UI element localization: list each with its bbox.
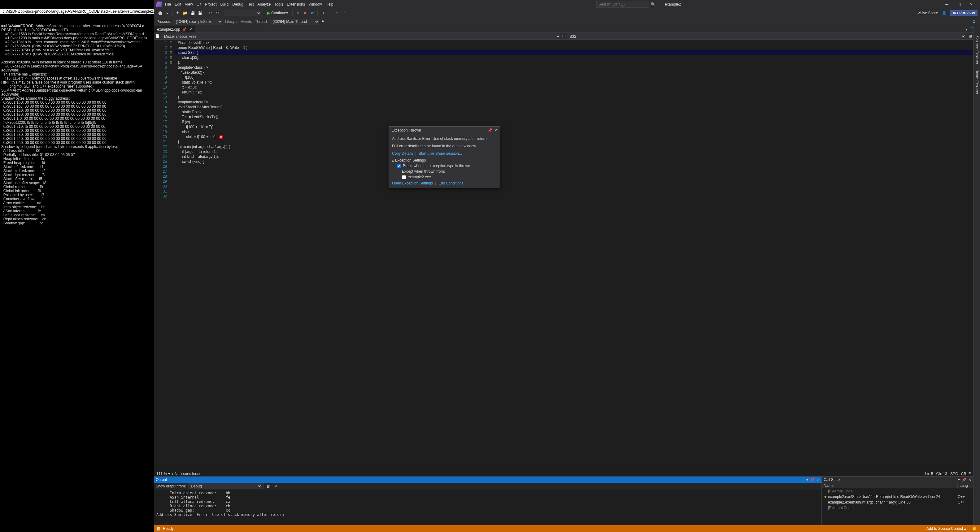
minimize-button[interactable]: — <box>940 0 953 9</box>
line-indicator[interactable]: Ln: 5 <box>925 472 933 476</box>
menu-file[interactable]: File <box>165 2 171 6</box>
break-checkbox-input[interactable] <box>397 164 401 168</box>
output-close-icon[interactable]: ✕ <box>816 478 819 482</box>
exception-settings-expander[interactable]: ▴Exception Settings <box>392 158 496 162</box>
nav-back-icon[interactable]: ⬤ <box>157 10 164 16</box>
break-all-icon[interactable]: ⏸ <box>294 10 301 16</box>
pin-icon[interactable]: 📌 <box>488 128 492 132</box>
current-frame-icon: ➜ <box>824 495 827 499</box>
split-icon[interactable]: ⊞ <box>969 34 972 38</box>
undo-icon[interactable]: ↶ <box>207 10 214 16</box>
status-icon: ▦ <box>157 526 161 531</box>
callstack-pin-icon[interactable]: 📌 <box>962 478 966 482</box>
add-source-icon[interactable]: ↑ <box>923 526 924 531</box>
process-combo[interactable]: [13464] example2.exe <box>173 19 222 25</box>
output-panel: Output ▾ 📌 ✕ Show output from: Debug 🗑 ↵ <box>154 476 821 525</box>
console-title-bar[interactable]: c:\MSDN\cpp-docs-pr\docs\c-language\ASAN… <box>0 9 154 14</box>
search-input[interactable] <box>597 1 649 8</box>
callstack-row[interactable]: [External Code] <box>822 488 973 494</box>
tab-example2[interactable]: example2.cpp 📌 ✕ <box>154 26 196 32</box>
callstack-dropdown-icon[interactable]: ▾ <box>958 478 960 482</box>
callstack-col-name[interactable]: Name <box>822 483 958 488</box>
notifications-icon[interactable]: 🔔 <box>972 526 977 531</box>
menu-git[interactable]: Git <box>197 2 201 6</box>
output-source-combo[interactable]: Debug <box>188 483 262 489</box>
continue-button[interactable]: Continue ▾ <box>264 10 291 16</box>
title-bar: File Edit View Git Project Build Debug T… <box>154 0 980 9</box>
break-checkbox[interactable]: Break when this exception type is thrown <box>397 164 496 168</box>
sidebar-tab-solution[interactable]: Solution Explorer <box>974 33 980 67</box>
output-clear-icon[interactable]: 🗑 <box>265 483 272 490</box>
step-into-icon[interactable]: ↓ <box>327 10 334 16</box>
nav-file-combo[interactable]: Miscellaneous Files <box>161 33 560 39</box>
menu-build[interactable]: Build <box>220 2 229 6</box>
close-popup-icon[interactable]: ✕ <box>494 128 497 132</box>
copy-details-link[interactable]: Copy Details <box>392 151 413 156</box>
stop-icon[interactable]: ■ <box>302 10 309 16</box>
callstack-rows[interactable]: [External Code]➜example2.exe!StackUseAft… <box>822 488 973 525</box>
menu-project[interactable]: Project <box>205 2 216 6</box>
tab-dropdown-icon[interactable]: ▾ <box>966 27 967 32</box>
except-exe-input[interactable] <box>402 175 406 179</box>
settings-icon[interactable]: ⚙ <box>970 18 977 25</box>
col-indicator[interactable]: Ch: 13 <box>936 472 947 476</box>
redo-icon[interactable]: ↷ <box>214 10 221 16</box>
feedback-icon[interactable]: 👤 <box>941 10 948 16</box>
menu-view[interactable]: View <box>185 2 193 6</box>
console-output[interactable]: ==13464==ERROR: AddressSanitizer: stack-… <box>0 23 154 227</box>
new-icon[interactable]: ✚ <box>174 10 181 16</box>
side-tabs: Solution Explorer Team Explorer <box>973 26 980 525</box>
menu-help[interactable]: Help <box>326 2 334 6</box>
lineend-indicator[interactable]: CRLF <box>961 472 971 476</box>
output-dropdown-icon[interactable]: ▾ <box>806 478 808 482</box>
save-all-icon[interactable]: 💾 <box>197 10 204 16</box>
edit-conditions-link[interactable]: Edit Conditions <box>438 181 463 185</box>
thread-combo[interactable]: [30264] Main Thread <box>270 19 319 25</box>
step-over-icon[interactable]: ↷ <box>334 10 341 16</box>
menu-window[interactable]: Window <box>309 2 322 6</box>
open-settings-link[interactable]: Open Exception Settings <box>392 181 433 185</box>
zoom-level[interactable]: 111 % <box>156 472 167 476</box>
callstack-row[interactable]: ➜example2.exe!StackUseAfterReturn(int Id… <box>822 494 973 500</box>
show-output-label: Show output from: <box>156 484 186 488</box>
flag-icon[interactable]: ⚑ <box>320 18 326 25</box>
step-out-icon[interactable]: ↑ <box>342 10 348 16</box>
open-icon[interactable]: 📂 <box>182 10 189 16</box>
lifecycle-label[interactable]: Lifecycle Events <box>225 19 252 24</box>
callstack-close-icon[interactable]: ✕ <box>968 478 971 482</box>
menu-edit[interactable]: Edit <box>175 2 181 6</box>
code-editor[interactable]: 1234567891011121314151617181920212223242… <box>154 40 973 471</box>
callstack-row[interactable]: example2.exe!main(int argc, char * * arg… <box>822 500 973 505</box>
menu-extensions[interactable]: Extensions <box>287 2 305 6</box>
menu-tools[interactable]: Tools <box>274 2 283 6</box>
pin-icon[interactable]: 📌 <box>182 27 187 32</box>
save-icon[interactable]: 💾 <box>189 10 196 16</box>
output-text[interactable]: Intra object redzone: bb ASan internal: … <box>154 490 821 525</box>
search-icon[interactable]: 🔍 <box>651 2 655 6</box>
output-wrap-icon[interactable]: ↵ <box>272 483 279 490</box>
close-tab-icon[interactable]: ✕ <box>189 27 192 32</box>
nav-scope-combo[interactable]: S32 <box>566 33 966 39</box>
menu-test[interactable]: Test <box>247 2 254 6</box>
close-button[interactable]: ✕ <box>965 0 977 9</box>
nav-fwd-icon[interactable]: ▸ <box>164 10 171 16</box>
menu-debug[interactable]: Debug <box>232 2 243 6</box>
start-liveshare-link[interactable]: Start Live Share session... <box>418 151 462 156</box>
[interactable]: ➜ <box>319 10 326 16</box>
sidebar-tab-team[interactable]: Team Explorer <box>974 68 980 97</box>
issues-label[interactable]: No issues found <box>175 472 201 476</box>
output-pin-icon[interactable]: 📌 <box>810 478 815 482</box>
tab-fullscreen-icon[interactable]: ⛶ <box>969 27 973 32</box>
indent-indicator[interactable]: SPC <box>950 472 958 476</box>
exception-message: Address Sanitizer Error: Use of stack me… <box>392 137 496 141</box>
except-exe-checkbox[interactable]: example2.exe <box>402 175 496 179</box>
callstack-row[interactable]: [External Code] <box>822 505 973 511</box>
output-title: Output <box>156 478 167 482</box>
add-source-control[interactable]: Add to Source Control <box>926 526 963 531</box>
live-share-button[interactable]: ↗ Live Share <box>915 10 940 16</box>
menu-analyze[interactable]: Analyze <box>258 2 271 6</box>
restart-icon[interactable]: ⟳ <box>309 10 316 16</box>
config-combo[interactable] <box>224 10 261 16</box>
maximize-button[interactable]: ▢ <box>953 0 965 9</box>
callstack-col-lang[interactable]: Lang <box>958 483 973 488</box>
